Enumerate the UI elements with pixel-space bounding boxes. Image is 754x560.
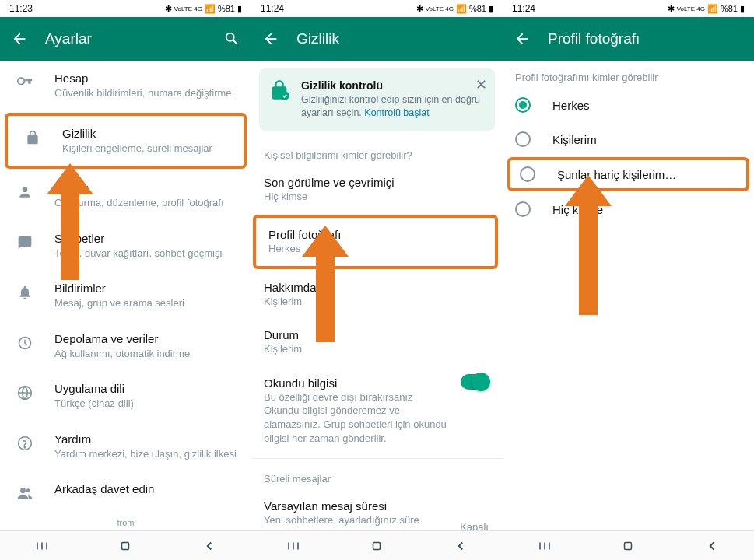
settings-item-storage[interactable]: Depolama ve veriler Ağ kullanımı, otomat… — [0, 321, 251, 372]
settings-item-invite[interactable]: Arkadaş davet edin — [0, 471, 251, 513]
battery-icon: ▮ — [489, 4, 493, 14]
privacy-check-card[interactable]: Gizlilik kontrolü Gizliliğinizi kontrol … — [259, 68, 495, 131]
nav-back[interactable] — [201, 537, 218, 555]
privacy-list: Gizlilik kontrolü Gizliliğinizi kontrol … — [251, 61, 503, 530]
item-title: Avatar — [54, 181, 239, 194]
settings-item-language[interactable]: Uygulama dili Türkçe (cihaz dili) — [0, 371, 251, 422]
setting-sub: Yeni sohbetlere, ayarladığınız süre dold… — [264, 513, 444, 530]
page-title: Ayarlar — [45, 30, 223, 47]
help-icon — [16, 434, 34, 453]
lock-icon — [23, 128, 42, 147]
settings-item-chats[interactable]: Sohbetler Tema, duvar kağıtları, sohbet … — [0, 221, 251, 271]
back-arrow-icon[interactable] — [11, 30, 28, 47]
radio-label: Şunlar hariç kişilerim… — [557, 168, 676, 181]
section-header: Kişisel bilgilerimi kimler görebilir? — [251, 138, 503, 166]
privacy-about[interactable]: Hakkımda Kişilerim — [251, 271, 503, 319]
setting-title: Durum — [264, 328, 490, 341]
privacy-last-seen[interactable]: Son görülme ve çevrimiçi Hiç kimse — [251, 166, 503, 214]
nav-home[interactable] — [368, 537, 385, 555]
nav-home[interactable] — [619, 537, 637, 555]
radio-label: Herkes — [552, 99, 590, 112]
item-sub: Yardım merkezi, bize ulaşın, gizlilik il… — [54, 447, 239, 461]
item-sub: Tema, duvar kağıtları, sohbet geçmişi — [54, 247, 239, 261]
privacy-read-receipts[interactable]: Okundu bilgisi Bu özelliği devre dışı bı… — [251, 366, 503, 455]
back-arrow-icon[interactable] — [262, 30, 279, 47]
settings-item-privacy[interactable]: Gizlilik Kişileri engelleme, süreli mesa… — [8, 116, 244, 166]
item-title: Depolama ve veriler — [54, 332, 239, 345]
header: Ayarlar — [0, 17, 251, 61]
nav-home[interactable] — [117, 537, 134, 555]
bell-icon — [16, 283, 34, 302]
item-title: Bildirimler — [54, 282, 239, 295]
privacy-status[interactable]: Durum Kişilerim — [251, 318, 503, 366]
settings-item-account[interactable]: Hesap Güvenlik bildirimleri, numara deği… — [0, 61, 251, 111]
nav-bar — [0, 530, 251, 560]
status-time: 11:24 — [512, 3, 535, 14]
battery-icon: ▮ — [740, 4, 745, 14]
nav-recents[interactable] — [285, 537, 302, 555]
nav-recents[interactable] — [536, 537, 553, 555]
nav-recents[interactable] — [33, 537, 51, 555]
status-bar: 11:23 ✱ VoLTE 4G 📶 %81 ▮ — [0, 0, 251, 17]
settings-item-avatar[interactable]: Avatar Oluşturma, düzenleme, profil foto… — [0, 170, 251, 221]
privacy-default-timer[interactable]: Varsayılan mesaj süresi Yeni sohbetlere,… — [251, 489, 503, 530]
volte-icon: VoLTE 4G — [426, 5, 454, 12]
item-title: Arkadaş davet edin — [54, 482, 239, 495]
battery-text: %81 — [218, 4, 235, 13]
svg-rect-10 — [122, 542, 129, 549]
radio-option-nobody[interactable]: Hiç kimse — [503, 192, 754, 226]
signal-icon: 📶 — [707, 4, 718, 14]
toggle-switch[interactable] — [461, 374, 489, 390]
signal-icon: 📶 — [456, 4, 467, 14]
svg-rect-16 — [373, 542, 381, 549]
divider — [251, 458, 503, 459]
item-title: Sohbetler — [54, 232, 239, 245]
setting-title: Okundu bilgisi — [264, 376, 448, 390]
volte-icon: VoLTE 4G — [174, 5, 202, 12]
settings-list: Hesap Güvenlik bildirimleri, numara deği… — [0, 61, 251, 530]
item-title: Yardım — [54, 432, 239, 446]
page-title: Gizlilik — [296, 30, 492, 47]
status-bar: 11:24 ✱ VoLTE 4G 📶 %81 ▮ — [503, 0, 754, 17]
setting-title: Varsayılan mesaj süresi — [264, 499, 444, 513]
signal-icon: 📶 — [205, 4, 216, 14]
radio-icon — [520, 166, 535, 182]
battery-text: %81 — [721, 4, 738, 13]
close-icon[interactable]: ✕ — [475, 76, 487, 93]
settings-item-notifications[interactable]: Bildirimler Mesaj, grup ve arama sesleri — [0, 271, 251, 321]
svg-point-5 — [20, 488, 26, 494]
item-sub: Oluşturma, düzenleme, profil fotoğrafı — [54, 196, 239, 210]
setting-title: Son görülme ve çevrimiçi — [264, 176, 490, 189]
radio-option-contacts[interactable]: Kişilerim — [503, 122, 754, 156]
bluetooth-icon: ✱ — [416, 4, 423, 14]
nav-bar — [251, 530, 503, 560]
page-title: Profil fotoğrafı — [548, 30, 743, 47]
nav-back[interactable] — [703, 537, 721, 555]
item-sub: Güvenlik bildirimleri, numara değiştirme — [54, 86, 239, 100]
item-sub: Kişileri engelleme, süreli mesajlar — [62, 142, 231, 156]
section-header: Profil fotoğrafımı kimler görebilir — [503, 61, 754, 88]
screen-privacy: 11:24 ✱ VoLTE 4G 📶 %81 ▮ Gizlilik Gizlil… — [251, 0, 503, 560]
item-sub: Ağ kullanımı, otomatik indirme — [54, 347, 239, 361]
storage-icon — [16, 334, 34, 352]
invite-icon — [16, 484, 34, 502]
privacy-check-link[interactable]: Kontrolü başlat — [364, 107, 429, 118]
setting-sub: Hiç kimse — [264, 190, 490, 204]
profile-photo-options: Profil fotoğrafımı kimler görebilir Herk… — [503, 61, 754, 530]
radio-option-everyone[interactable]: Herkes — [503, 88, 754, 122]
nav-back[interactable] — [452, 537, 469, 555]
back-arrow-icon[interactable] — [514, 30, 531, 47]
radio-label: Hiç kimse — [552, 203, 603, 216]
settings-item-help[interactable]: Yardım Yardım merkezi, bize ulaşın, gizl… — [0, 422, 251, 472]
search-icon[interactable] — [223, 30, 240, 47]
item-sub: Türkçe (cihaz dili) — [54, 397, 239, 411]
svg-point-6 — [26, 489, 30, 493]
setting-title: Hakkımda — [264, 281, 490, 294]
privacy-profile-photo[interactable]: Profil fotoğrafı Herkes — [256, 218, 495, 266]
avatar-icon — [16, 183, 34, 201]
privacy-check-title: Gizlilik kontrolü — [301, 79, 486, 92]
status-time: 11:23 — [9, 3, 33, 14]
radio-option-contacts-except[interactable]: Şunlar hariç kişilerim… — [510, 160, 746, 188]
radio-icon — [515, 201, 531, 217]
setting-sub: Bu özelliği devre dışı bırakırsanız Okun… — [264, 390, 448, 445]
